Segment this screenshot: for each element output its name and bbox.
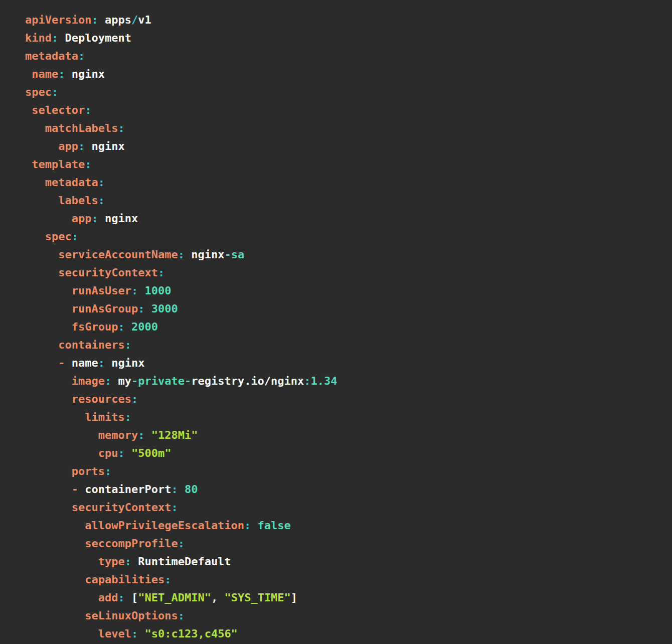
code-line: metadata:	[25, 47, 672, 65]
code-line: image: my-private-registry.io/nginx:1.34	[25, 372, 672, 390]
code-line: matchLabels:	[25, 119, 672, 137]
code-line: add: ["NET_ADMIN", "SYS_TIME"]	[25, 589, 672, 607]
code-line: kind: Deployment	[25, 29, 672, 47]
code-line: securityContext:	[25, 264, 672, 282]
code-line: metadata:	[25, 174, 672, 192]
code-line: level: "s0:c123,c456"	[25, 625, 672, 643]
code-line: cpu: "500m"	[25, 444, 672, 462]
code-line: name: nginx	[25, 65, 672, 83]
code-line: securityContext:	[25, 499, 672, 517]
code-line: spec:	[25, 83, 672, 101]
code-lines: apiVersion: apps/v1kind: Deploymentmetad…	[0, 0, 672, 643]
code-line: template:	[25, 155, 672, 174]
code-line: app: nginx	[25, 210, 672, 228]
code-line: selector:	[25, 101, 672, 119]
code-editor[interactable]: apiVersion: apps/v1kind: Deploymentmetad…	[0, 0, 672, 644]
code-line: app: nginx	[25, 137, 672, 155]
code-line: limits:	[25, 408, 672, 426]
code-line: seLinuxOptions:	[25, 607, 672, 625]
code-line: spec:	[25, 228, 672, 246]
code-line: labels:	[25, 192, 672, 210]
code-line: runAsGroup: 3000	[25, 300, 672, 318]
code-line: capabilities:	[25, 571, 672, 589]
code-line: containers:	[25, 336, 672, 354]
code-line: fsGroup: 2000	[25, 318, 672, 336]
code-line: seccompProfile:	[25, 535, 672, 553]
code-line: serviceAccountName: nginx-sa	[25, 246, 672, 264]
code-line: resources:	[25, 390, 672, 408]
code-line: runAsUser: 1000	[25, 282, 672, 300]
code-line: type: RuntimeDefault	[25, 553, 672, 571]
code-line: - containerPort: 80	[25, 480, 672, 499]
code-line: ports:	[25, 462, 672, 480]
code-line: allowPrivilegeEscalation: false	[25, 517, 672, 535]
code-line: - name: nginx	[25, 354, 672, 372]
code-line: apiVersion: apps/v1	[25, 11, 672, 29]
code-line: memory: "128Mi"	[25, 426, 672, 444]
